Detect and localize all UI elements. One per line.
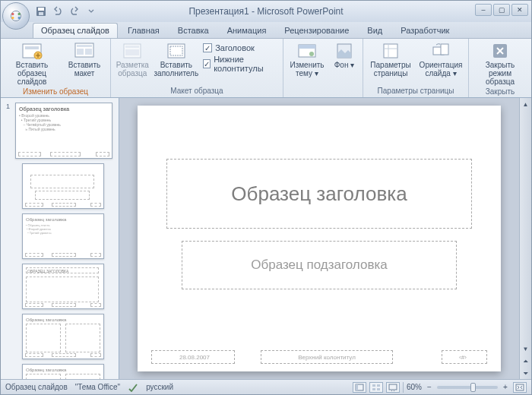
status-theme: "Тема Office" <box>75 383 120 391</box>
svg-rect-33 <box>377 388 380 390</box>
normal-view-button[interactable] <box>353 382 366 393</box>
thumbnail-pane[interactable]: 1 Образец заголовка • Второй уровень • Т… <box>1 98 119 379</box>
vertical-scrollbar[interactable]: ▲ ▼ ⏶ ⏷ <box>519 98 531 379</box>
layout-icon <box>73 42 96 60</box>
svg-point-22 <box>309 52 314 56</box>
insert-slide-master-button[interactable]: Вставить образец слайдов <box>5 40 59 86</box>
zoom-out-button[interactable]: − <box>425 383 434 391</box>
svg-rect-21 <box>299 45 315 49</box>
svg-point-3 <box>11 17 14 19</box>
title-checkbox[interactable]: ✓Заголовок <box>203 43 278 52</box>
svg-rect-9 <box>25 46 39 49</box>
svg-rect-35 <box>516 384 524 390</box>
qat-customize-dropdown[interactable] <box>84 5 98 18</box>
svg-rect-12 <box>77 45 92 47</box>
window-title: Презентация1 - Microsoft PowerPoint <box>188 6 343 17</box>
svg-rect-13 <box>77 49 84 55</box>
subtitle-placeholder[interactable]: Образец подзаголовка <box>182 241 457 289</box>
zoom-slider[interactable] <box>437 386 498 389</box>
svg-rect-31 <box>377 384 380 387</box>
layout-thumbnail[interactable]: Образец заголовка• Образец текста • Втор… <box>22 213 104 259</box>
svg-rect-26 <box>441 44 448 55</box>
office-button[interactable] <box>2 2 30 30</box>
next-slide-button[interactable]: ⏷ <box>520 367 531 379</box>
ribbon-tabs: Образец слайдов Главная Вставка Анимация… <box>1 22 531 39</box>
status-bar: Образец слайдов "Тема Office" русский 60… <box>1 379 531 394</box>
tab-view[interactable]: Вид <box>359 23 391 38</box>
tab-review[interactable]: Рецензирование <box>276 23 357 38</box>
redo-button[interactable] <box>68 5 81 18</box>
svg-rect-16 <box>125 46 139 48</box>
status-language[interactable]: русский <box>146 383 173 391</box>
themes-button[interactable]: Изменить тему ▾ <box>288 40 326 77</box>
close-window-button[interactable]: ✕ <box>511 4 528 16</box>
svg-rect-30 <box>372 384 375 387</box>
group-label-master-layout: Макет образца <box>116 85 278 97</box>
svg-rect-17 <box>125 49 139 55</box>
slide-number-placeholder[interactable]: ‹#› <box>442 350 487 364</box>
svg-rect-34 <box>389 384 397 390</box>
footer-placeholder[interactable]: Верхний колонтитул <box>261 350 393 364</box>
svg-rect-6 <box>38 8 44 11</box>
quick-access-toolbar <box>34 5 98 18</box>
group-label-edit-master: Изменить образец <box>5 86 106 98</box>
footers-checkbox[interactable]: ✓Нижние колонтитулы <box>203 55 278 73</box>
layout-thumbnail[interactable]: Образец заголовка <box>22 314 104 359</box>
tab-animation[interactable]: Анимация <box>219 23 275 38</box>
title-placeholder[interactable]: Образец заголовка <box>166 159 472 229</box>
insert-layout-button[interactable]: Вставить макет <box>63 40 106 77</box>
master-layout-icon <box>121 42 144 60</box>
workspace: 1 Образец заголовка • Второй уровень • Т… <box>1 98 531 379</box>
tab-home[interactable]: Главная <box>119 23 168 38</box>
zoom-in-button[interactable]: + <box>501 383 510 391</box>
tab-insert[interactable]: Вставка <box>169 23 217 38</box>
zoom-slider-thumb[interactable] <box>470 383 476 392</box>
svg-rect-24 <box>384 44 397 58</box>
date-placeholder[interactable]: 28.08.2007 <box>151 350 235 364</box>
slideshow-view-button[interactable] <box>386 382 400 393</box>
slide-master-icon <box>21 42 43 60</box>
zoom-level[interactable]: 60% <box>407 383 422 391</box>
sorter-view-button[interactable] <box>369 382 383 393</box>
spellcheck-icon[interactable] <box>128 383 138 392</box>
title-bar: Презентация1 - Microsoft PowerPoint – ▢ … <box>1 1 531 22</box>
master-thumbnail[interactable]: Образец заголовка • Второй уровень • Тре… <box>15 103 112 159</box>
ribbon: Вставить образец слайдов Вставить макет … <box>1 39 531 98</box>
save-button[interactable] <box>34 5 48 18</box>
slide-editor[interactable]: Образец заголовка Образец подзаголовка 2… <box>119 98 519 379</box>
fit-to-window-button[interactable] <box>513 382 527 393</box>
undo-button[interactable] <box>51 5 65 18</box>
close-master-view-button[interactable]: Закрыть режим образца <box>473 40 527 86</box>
svg-point-2 <box>18 13 21 15</box>
page-setup-button[interactable]: Параметры страницы <box>368 40 413 77</box>
status-mode: Образец слайдов <box>5 383 68 391</box>
maximize-button[interactable]: ▢ <box>493 4 510 16</box>
background-button[interactable]: Фон ▾ <box>331 40 358 69</box>
scroll-down-button[interactable]: ▼ <box>520 343 531 355</box>
slide-orientation-button[interactable]: Ориентация слайда ▾ <box>418 40 464 77</box>
scroll-up-button[interactable]: ▲ <box>520 98 531 110</box>
svg-rect-7 <box>39 12 43 15</box>
svg-rect-29 <box>356 384 358 390</box>
close-icon <box>489 42 511 60</box>
tab-developer[interactable]: Разработчик <box>392 23 458 38</box>
prev-slide-button[interactable]: ⏶ <box>520 355 531 367</box>
background-icon <box>333 42 356 60</box>
layout-thumbnail[interactable]: ОБРАЗЕЦ ЗАГОЛОВКА <box>22 264 104 309</box>
insert-placeholder-button[interactable]: Вставить заполнитель <box>154 40 199 77</box>
orientation-icon <box>429 42 452 60</box>
themes-icon <box>296 42 318 60</box>
minimize-button[interactable]: – <box>475 4 492 16</box>
layout-thumbnail[interactable]: Образец заголовка <box>22 364 104 379</box>
group-edit-master: Вставить образец слайдов Вставить макет … <box>1 39 111 97</box>
svg-rect-32 <box>372 388 375 390</box>
scroll-track[interactable] <box>520 110 531 343</box>
group-page-setup: Параметры страницы Ориентация слайда ▾ П… <box>363 39 469 97</box>
chevron-down-icon: ▾ <box>315 69 318 77</box>
svg-point-0 <box>10 10 23 23</box>
tab-slide-master[interactable]: Образец слайдов <box>33 23 118 38</box>
svg-point-1 <box>11 13 14 15</box>
layout-thumbnail[interactable] <box>22 163 104 209</box>
slide-canvas[interactable]: Образец заголовка Образец подзаголовка 2… <box>138 106 501 371</box>
window-controls: – ▢ ✕ <box>475 4 528 16</box>
